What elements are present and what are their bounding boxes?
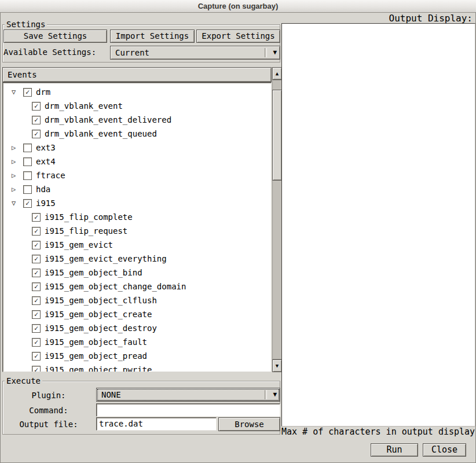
tree-item-label: i915_gem_object_bind — [45, 266, 142, 280]
tree-item-label: drm_vblank_event_queued — [45, 127, 157, 141]
checkbox[interactable] — [23, 144, 32, 152]
tree-row[interactable]: ✓i915_gem_evict_everything — [3, 252, 271, 266]
tree-row[interactable]: ✓i915_gem_object_change_domain — [3, 280, 271, 293]
tree-row[interactable]: ✓i915_gem_object_destroy — [3, 321, 271, 335]
scrollbar-down-button[interactable]: ▼ — [272, 359, 282, 372]
tree-row[interactable]: ✓drm_vblank_event — [3, 99, 271, 113]
checkbox[interactable]: ✓ — [32, 241, 41, 249]
close-button[interactable]: Close — [423, 443, 466, 457]
tree-row[interactable]: ✓i915_flip_request — [3, 224, 271, 238]
expander-collapsed-icon[interactable]: ▷ — [12, 155, 16, 168]
checkbox[interactable]: ✓ — [32, 102, 41, 111]
output-file-input[interactable]: trace.dat — [96, 417, 217, 431]
expander-expanded-icon[interactable]: ▽ — [12, 196, 16, 210]
tree-row[interactable]: ✓i915_gem_object_fault — [3, 335, 271, 349]
tree-item-label: ftrace — [36, 168, 65, 182]
tree-item-label: i915_flip_complete — [45, 210, 133, 224]
expander-collapsed-icon[interactable]: ▷ — [12, 168, 16, 182]
events-column-header[interactable]: Events — [2, 67, 272, 82]
expander-collapsed-icon[interactable]: ▷ — [12, 141, 16, 155]
tree-row[interactable]: ✓drm_vblank_event_delivered — [3, 113, 271, 127]
checkbox[interactable]: ✓ — [32, 282, 41, 291]
output-display-label: Output Display: — [347, 14, 473, 23]
checkbox[interactable] — [23, 185, 32, 194]
tree-item-label: i915_gem_object_fault — [45, 335, 147, 349]
checkbox[interactable]: ✓ — [32, 213, 41, 222]
tree-row[interactable]: ▷hda — [3, 182, 271, 196]
tree-row[interactable]: ▷ext3 — [3, 141, 271, 155]
tree-row[interactable]: ✓i915_gem_object_pread — [3, 349, 271, 363]
tree-row[interactable]: ▽✓drm — [3, 85, 271, 99]
tree-row[interactable]: ✓drm_vblank_event_queued — [3, 127, 271, 141]
tree-row[interactable]: ✓i915_flip_complete — [3, 210, 271, 224]
tree-row[interactable]: ✓i915_gem_object_pwrite — [3, 363, 271, 372]
checkbox[interactable]: ✓ — [32, 324, 41, 333]
tree-item-label: drm_vblank_event — [45, 99, 123, 113]
available-settings-label: Available Settings: — [3, 48, 96, 57]
tree-item-label: i915_gem_object_destroy — [45, 321, 157, 335]
tree-item-label: drm — [36, 85, 50, 99]
checkbox[interactable] — [23, 157, 32, 166]
tree-row[interactable]: ✓i915_gem_object_clflush — [3, 293, 271, 307]
import-settings-button[interactable]: Import Settings — [110, 30, 195, 43]
tree-item-label: i915_gem_object_create — [45, 307, 152, 321]
tree-row[interactable]: ✓i915_gem_object_bind — [3, 266, 271, 280]
available-settings-dropdown[interactable]: Current ▼ — [110, 46, 280, 60]
capture-window: Capture (on sugarbay) Settings Save Sett… — [0, 0, 476, 463]
tree-row[interactable]: ▷ftrace — [3, 168, 271, 182]
checkbox[interactable]: ✓ — [32, 296, 41, 305]
export-settings-button[interactable]: Export Settings — [196, 30, 280, 43]
checkbox[interactable] — [23, 171, 32, 180]
plugin-dropdown[interactable]: NONE ▼ — [96, 388, 280, 402]
plugin-value: NONE — [101, 388, 121, 401]
events-list: Events ▽✓drm✓drm_vblank_event✓drm_vblank… — [2, 67, 282, 372]
command-input[interactable] — [96, 403, 280, 417]
tree-item-label: i915_gem_object_clflush — [45, 293, 157, 307]
tree-item-label: ext4 — [36, 155, 56, 168]
tree-item-label: hda — [36, 182, 50, 196]
checkbox[interactable]: ✓ — [32, 116, 41, 124]
tree-item-label: i915_gem_evict — [45, 238, 113, 252]
save-settings-button[interactable]: Save Settings — [3, 30, 107, 43]
output-file-label: Output file: — [5, 420, 93, 429]
scrollbar-up-icon: ▲ — [276, 71, 279, 76]
checkbox[interactable]: ✓ — [32, 338, 41, 347]
checkbox[interactable]: ✓ — [23, 199, 32, 208]
checkbox[interactable]: ✓ — [32, 352, 41, 361]
tree-row[interactable]: ▷ext4 — [3, 155, 271, 168]
checkbox[interactable]: ✓ — [32, 227, 41, 236]
checkbox[interactable]: ✓ — [32, 366, 41, 372]
tree-item-label: ext3 — [36, 141, 56, 155]
events-tree: ▽✓drm✓drm_vblank_event✓drm_vblank_event_… — [2, 82, 272, 372]
scrollbar-thumb[interactable] — [272, 90, 282, 181]
tree-item-label: i915_gem_evict_everything — [45, 252, 167, 266]
checkbox[interactable]: ✓ — [23, 88, 32, 97]
tree-item-label: i915_gem_object_pread — [45, 349, 147, 363]
checkbox[interactable]: ✓ — [32, 310, 41, 319]
output-display[interactable] — [281, 23, 475, 427]
tree-row[interactable]: ✓i915_gem_evict — [3, 238, 271, 252]
plugin-label: Plugin: — [5, 391, 93, 400]
dropdown-arrow-icon: ▼ — [273, 388, 277, 401]
run-button[interactable]: Run — [371, 443, 418, 457]
tree-row[interactable]: ✓i915_gem_object_create — [3, 307, 271, 321]
checkbox[interactable]: ✓ — [32, 255, 41, 263]
checkbox[interactable]: ✓ — [32, 130, 41, 138]
settings-frame-label: Settings — [5, 20, 47, 29]
expander-expanded-icon[interactable]: ▽ — [12, 85, 16, 99]
tree-item-label: i915 — [36, 196, 56, 210]
dropdown-separator — [265, 48, 267, 57]
tree-item-label: i915_gem_object_pwrite — [45, 363, 152, 372]
tree-item-label: i915_flip_request — [45, 224, 127, 238]
scrollbar-down-icon: ▼ — [276, 363, 279, 369]
browse-button[interactable]: Browse — [218, 417, 280, 431]
expander-collapsed-icon[interactable]: ▷ — [12, 182, 16, 196]
scrollbar-up-button[interactable]: ▲ — [272, 67, 282, 80]
dropdown-arrow-icon: ▼ — [273, 46, 277, 59]
tree-item-label: drm_vblank_event_delivered — [45, 113, 171, 127]
tree-row[interactable]: ▽✓i915 — [3, 196, 271, 210]
tree-item-label: i915_gem_object_change_domain — [45, 280, 186, 293]
max-chars-label: Max # of characters in output display — [281, 428, 475, 436]
checkbox[interactable]: ✓ — [32, 269, 41, 277]
window-titlebar[interactable]: Capture (on sugarbay) — [0, 0, 476, 13]
